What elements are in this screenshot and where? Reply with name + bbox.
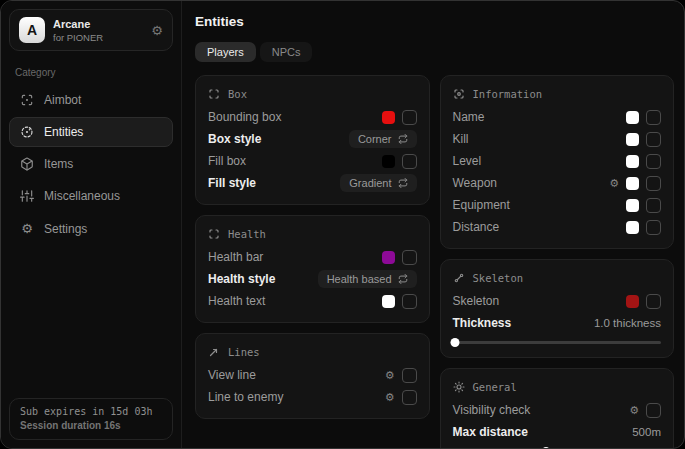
gear-icon: ⚙ [20,221,34,236]
row-health-text: Health text [208,290,417,312]
checkbox[interactable] [646,154,661,169]
color-swatch[interactable] [382,295,395,308]
color-swatch[interactable] [626,221,639,234]
row-fill-style: Fill style Gradient [208,172,417,194]
sidebar-item-entities[interactable]: Entities [9,117,173,147]
brand-text: Arcane for PIONER [53,18,103,43]
app-logo: A [19,17,45,43]
color-swatch[interactable] [626,111,639,124]
card-title: Skeleton [473,272,524,284]
right-column: Information Name Kill [440,75,675,449]
slider-track [453,341,662,344]
card-title: Lines [228,346,260,358]
row-label: Health text [208,294,265,308]
checkbox[interactable] [402,154,417,169]
cycle-icon [398,178,408,188]
row-settings-icon[interactable]: ⚙ [385,369,395,382]
color-swatch[interactable] [626,199,639,212]
sidebar: A Arcane for PIONER ⚙ Category Aimbot En… [1,1,182,448]
box-style-dropdown[interactable]: Corner [349,130,417,148]
checkbox[interactable] [402,368,417,383]
sub-expiry-text: Sub expires in 15d 03h [20,406,162,417]
row-max-distance: Max distance 500m [453,421,662,443]
max-distance-value: 500m [632,426,661,438]
card-title: General [473,381,517,393]
row-label: Line to enemy [208,390,283,404]
row-label: Weapon [453,176,497,190]
checkbox[interactable] [646,198,661,213]
sliders-icon [20,189,34,203]
tab-npcs[interactable]: NPCs [260,42,313,62]
app-title: Arcane [53,18,103,30]
card-health: Health Health bar Health style H [195,215,430,323]
sidebar-item-items[interactable]: Items [9,149,173,179]
row-box-style: Box style Corner [208,128,417,150]
color-swatch[interactable] [626,177,639,190]
row-label: Level [453,154,482,168]
color-swatch[interactable] [626,295,639,308]
crosshair-icon [20,93,34,107]
checkbox[interactable] [646,294,661,309]
tab-players[interactable]: Players [195,42,256,62]
sidebar-spacer [1,248,181,390]
fill-style-dropdown[interactable]: Gradient [340,174,416,192]
sidebar-item-label: Entities [44,125,83,139]
card-box: Box Bounding box Box style Corne [195,75,430,205]
card-title: Health [228,228,266,240]
color-swatch[interactable] [626,133,639,146]
settings-gear-icon[interactable]: ⚙ [151,23,163,38]
row-health-bar: Health bar [208,246,417,268]
row-label: Fill style [208,176,256,190]
row-label: Fill box [208,154,246,168]
row-label: Name [453,110,485,124]
row-fill-box: Fill box [208,150,417,172]
checkbox[interactable] [646,220,661,235]
checkbox[interactable] [402,390,417,405]
sidebar-item-settings[interactable]: ⚙ Settings [9,213,173,244]
row-line-to-enemy: Line to enemy ⚙ [208,386,417,408]
row-thickness: Thickness 1.0 thickness [453,312,662,334]
color-swatch[interactable] [382,251,395,264]
cycle-icon [398,134,408,144]
checkbox[interactable] [646,403,661,418]
row-label: Health bar [208,250,263,264]
checkbox[interactable] [646,110,661,125]
sidebar-item-aimbot[interactable]: Aimbot [9,85,173,115]
checkbox[interactable] [402,110,417,125]
row-settings-icon[interactable]: ⚙ [609,177,619,190]
row-settings-icon[interactable]: ⚙ [385,391,395,404]
card-information: Information Name Kill [440,75,675,249]
main-panel: Entities Players NPCs Box Bounding box [182,1,684,448]
slider-thumb[interactable] [450,338,459,347]
card-header: General [453,377,662,399]
row-distance: Distance [453,216,662,238]
thickness-slider[interactable] [453,338,662,347]
row-label: View line [208,368,256,382]
dropdown-value: Corner [358,133,392,145]
health-style-dropdown[interactable]: Health based [318,270,417,288]
sidebar-nav: Aimbot Entities Items Miscellaneous ⚙ Se… [9,85,173,244]
checkbox[interactable] [646,132,661,147]
color-swatch[interactable] [382,155,395,168]
sidebar-item-miscellaneous[interactable]: Miscellaneous [9,181,173,211]
session-duration-text: Session duration 16s [20,420,162,431]
row-visibility-check: Visibility check ⚙ [453,399,662,421]
diagonal-line-icon [208,346,220,358]
row-label: Distance [453,220,500,234]
row-label: Bounding box [208,110,281,124]
checkbox[interactable] [402,294,417,309]
checkbox[interactable] [646,176,661,191]
color-swatch[interactable] [626,155,639,168]
cycle-icon [398,274,408,284]
checkbox[interactable] [402,250,417,265]
card-skeleton: Skeleton Skeleton Thickness 1.0 thicknes… [440,259,675,358]
row-kill: Kill [453,128,662,150]
row-health-style: Health style Health based [208,268,417,290]
row-label: Thickness [453,316,512,330]
card-lines: Lines View line ⚙ Line to enemy ⚙ [195,333,430,419]
thickness-value: 1.0 thickness [594,317,661,329]
app-subtitle: for PIONER [53,32,103,43]
color-swatch[interactable] [382,111,395,124]
row-settings-icon[interactable]: ⚙ [629,404,639,417]
row-weapon: Weapon ⚙ [453,172,662,194]
